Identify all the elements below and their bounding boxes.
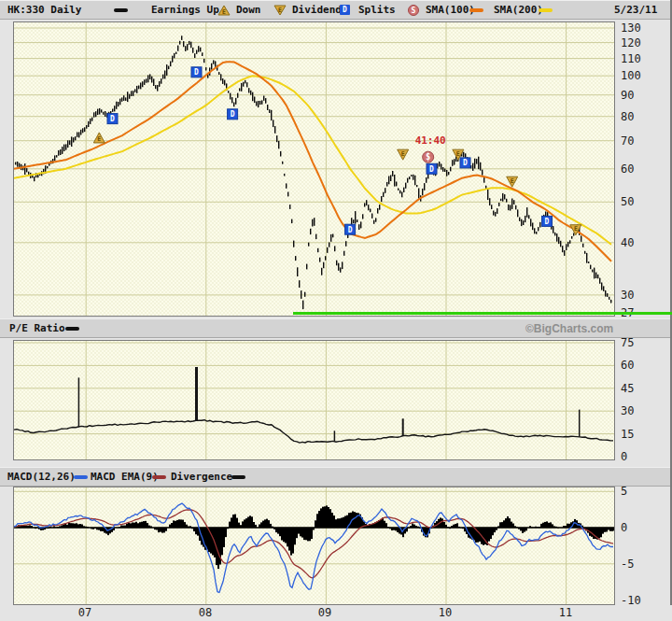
price-y-axis: 1301201101009080706050403027 bbox=[617, 22, 670, 316]
earnings-up-marker-icon: E bbox=[93, 133, 105, 144]
macd-ema-swatch-icon bbox=[152, 475, 166, 479]
y-axis-tick-label: 45 bbox=[621, 382, 634, 395]
bigcharts-screen: HK:330 Daily Earnings Up E Down E Divide… bbox=[0, 0, 672, 621]
y-axis-tick-label: 0 bbox=[621, 521, 627, 534]
svg-text:E: E bbox=[574, 225, 578, 233]
pe-chart bbox=[14, 341, 614, 459]
legend-sma100-label: SMA(100) bbox=[426, 4, 475, 16]
split-marker-icon: S bbox=[423, 151, 434, 162]
macd-legend-divergence-label: Divergence bbox=[171, 471, 232, 483]
earnings-down-marker-icon: E bbox=[507, 176, 518, 187]
svg-text:D: D bbox=[231, 110, 235, 119]
x-axis-year-label: 11 bbox=[553, 606, 578, 619]
macd-legend-macd-label: MACD(12,26) bbox=[7, 471, 76, 483]
macd-title-bar: MACD(12,26) MACD EMA(9) Divergence bbox=[0, 467, 672, 487]
last-price-line bbox=[293, 312, 672, 315]
y-axis-tick-label: 80 bbox=[621, 110, 634, 123]
main-header-bar: HK:330 Daily Earnings Up E Down E Divide… bbox=[0, 0, 672, 20]
y-axis-tick-label: -10 bbox=[621, 594, 641, 607]
dividend-marker-icon: D bbox=[228, 109, 238, 120]
earnings-down-marker-icon: E bbox=[398, 149, 409, 160]
svg-text:D: D bbox=[545, 218, 550, 226]
x-axis-year-label: 07 bbox=[73, 606, 97, 619]
dividend-marker-icon: D bbox=[460, 158, 470, 168]
x-axis-year-label: 10 bbox=[433, 606, 457, 619]
earnings-down-triangle-icon: E bbox=[273, 5, 287, 16]
macd-chart bbox=[14, 487, 614, 604]
y-axis-tick-label: 50 bbox=[621, 195, 634, 208]
macd-legend-ema-label: MACD EMA(9) bbox=[91, 471, 159, 483]
svg-text:D: D bbox=[194, 68, 199, 77]
dividend-marker-icon: D bbox=[107, 114, 118, 124]
x-axis: 0708091011 bbox=[0, 606, 672, 621]
svg-text:D: D bbox=[429, 165, 434, 174]
macd-y-axis: 50-5-10 bbox=[617, 487, 670, 604]
earnings-up-triangle-icon: E bbox=[217, 5, 231, 16]
y-axis-tick-label: 40 bbox=[621, 236, 634, 249]
y-axis-tick-label: 75 bbox=[621, 336, 634, 349]
price-series-swatch-icon bbox=[114, 8, 128, 12]
pe-panel bbox=[13, 340, 615, 460]
dividend-marker-icon: D bbox=[345, 224, 356, 234]
svg-text:E: E bbox=[278, 7, 282, 14]
y-axis-tick-label: 110 bbox=[621, 52, 641, 65]
y-axis-tick-label: 130 bbox=[621, 21, 641, 35]
dividend-square-icon: D bbox=[340, 5, 350, 15]
dividend-marker-icon: D bbox=[191, 67, 202, 78]
divergence-swatch-icon bbox=[231, 475, 245, 479]
y-axis-tick-label: 60 bbox=[621, 359, 634, 372]
legend-earnings-up-label: Earnings Up bbox=[151, 4, 219, 16]
svg-text:E: E bbox=[401, 150, 405, 158]
x-axis-year-label: 08 bbox=[193, 606, 217, 619]
y-axis-tick-label: 70 bbox=[621, 134, 634, 148]
svg-text:D: D bbox=[110, 115, 115, 123]
y-axis-tick-label: 120 bbox=[621, 36, 641, 49]
legend-splits-label: Splits bbox=[358, 4, 396, 16]
bigcharts-copyright-link[interactable]: ©BigCharts.com bbox=[525, 322, 613, 335]
price-panel: D D D D D D D E E E E E S 41:40 bbox=[13, 21, 615, 317]
y-axis-tick-label: 15 bbox=[621, 428, 634, 441]
y-axis-tick-label: 90 bbox=[621, 89, 634, 102]
svg-text:D: D bbox=[463, 159, 468, 167]
symbol-period-title: HK:330 Daily bbox=[7, 4, 81, 16]
y-axis-tick-label: 30 bbox=[621, 404, 634, 417]
svg-text:E: E bbox=[222, 8, 226, 16]
legend-earnings-down-label: Down bbox=[236, 4, 261, 16]
macd-panel bbox=[13, 487, 615, 605]
svg-text:D: D bbox=[348, 226, 353, 234]
y-axis-tick-label: 60 bbox=[621, 162, 634, 176]
y-axis-tick-label: 100 bbox=[621, 69, 641, 82]
dividend-marker-icon: D bbox=[427, 163, 437, 174]
svg-text:E: E bbox=[511, 177, 514, 185]
price-chart: D D D D D D D E E E E E S 41:40 bbox=[14, 22, 614, 316]
svg-text:E: E bbox=[97, 135, 101, 143]
sma100-swatch-icon bbox=[469, 8, 483, 12]
y-axis-tick-label: 5 bbox=[621, 485, 627, 498]
split-circle-icon: S bbox=[408, 5, 419, 16]
legend-sma200-label: SMA(200) bbox=[494, 4, 543, 16]
y-axis-tick-label: 0 bbox=[621, 450, 627, 463]
sma200-swatch-icon bbox=[539, 8, 553, 12]
dividend-marker-icon: D bbox=[542, 216, 553, 226]
y-axis-tick-label: 30 bbox=[621, 289, 634, 302]
pe-panel-title: P/E Ratio bbox=[9, 322, 65, 334]
y-axis-tick-label: -5 bbox=[621, 557, 634, 571]
x-axis-year-label: 09 bbox=[313, 606, 337, 619]
pe-title-bar: P/E Ratio ©BigCharts.com bbox=[0, 318, 672, 338]
split-ratio-annotation: 41:40 bbox=[415, 134, 446, 147]
svg-text:E: E bbox=[456, 150, 460, 158]
pe-y-axis: 75604530150 bbox=[617, 341, 670, 459]
macd-line-swatch-icon bbox=[74, 475, 88, 479]
pe-series-swatch-icon bbox=[65, 327, 79, 331]
chart-date: 5/23/11 bbox=[614, 4, 657, 16]
